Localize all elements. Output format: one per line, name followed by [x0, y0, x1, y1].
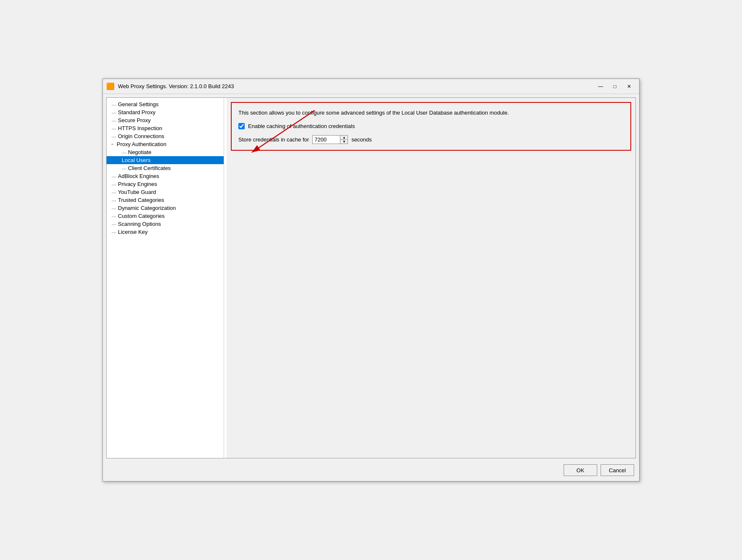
tree-prefix: — [112, 126, 116, 131]
spinner-arrows: ▲ ▼ [340, 136, 347, 144]
enable-caching-checkbox[interactable] [238, 123, 245, 129]
sidebar-item-license-key[interactable]: — License Key [107, 228, 224, 236]
sidebar-item-label: Negotiate [128, 149, 152, 155]
content-panel: This section allows you to configure som… [227, 98, 635, 458]
main-window: 🟧 Web Proxy Settings. Version: 2.1.0.0 B… [102, 79, 640, 481]
sidebar-item-privacy-engines[interactable]: — Privacy Engines [107, 180, 224, 188]
cache-duration-row: Store credentials in cache for ▲ ▼ secon… [238, 135, 624, 144]
title-bar: 🟧 Web Proxy Settings. Version: 2.1.0.0 B… [103, 79, 639, 94]
window-title: Web Proxy Settings. Version: 2.1.0.0 Bui… [118, 83, 594, 89]
main-content-area: — General Settings — Standard Proxy — Se… [106, 97, 636, 458]
tree-prefix: — [112, 102, 116, 107]
cache-value-input[interactable] [313, 136, 340, 144]
sidebar-item-label: Client Certificates [128, 165, 171, 171]
sidebar-item-proxy-authentication[interactable]: − Proxy Authentication [107, 140, 224, 148]
enable-caching-label: Enable caching of authentication credent… [248, 123, 355, 129]
tree-prefix: — [112, 174, 116, 179]
cache-value-spinner: ▲ ▼ [312, 135, 348, 144]
tree-prefix: — [112, 198, 116, 203]
sidebar-item-label: Scanning Options [118, 221, 161, 227]
cache-label-after: seconds [351, 136, 371, 143]
sidebar-item-label: Proxy Authentication [117, 141, 167, 147]
sidebar-item-label: AdBlock Engines [118, 173, 159, 179]
dialog-footer: OK Cancel [106, 462, 636, 478]
sidebar-item-label: Custom Categories [118, 213, 165, 219]
sidebar-item-label: Origin Connections [118, 133, 165, 139]
tree-prefix: — [112, 230, 116, 235]
sidebar-item-youtube-guard[interactable]: — YouTube Guard [107, 188, 224, 196]
sidebar-item-label: Secure Proxy [118, 117, 151, 123]
tree-prefix: — [122, 150, 126, 155]
tree-prefix: — [112, 118, 116, 123]
sidebar-item-standard-proxy[interactable]: — Standard Proxy [107, 108, 224, 116]
tree-prefix: — [112, 190, 116, 195]
sidebar-item-origin-connections[interactable]: — Origin Connections [107, 132, 224, 140]
section-description: This section allows you to configure som… [238, 109, 624, 117]
sidebar-item-label: HTTPS Inspection [118, 125, 162, 131]
sidebar-item-trusted-categories[interactable]: — Trusted Categories [107, 196, 224, 204]
sidebar-item-label: Local Users [122, 157, 151, 163]
sidebar-item-label: Standard Proxy [118, 109, 156, 115]
sidebar-item-custom-categories[interactable]: — Custom Categories [107, 212, 224, 220]
maximize-button[interactable]: □ [608, 82, 622, 91]
tree-prefix: — [112, 110, 116, 115]
sidebar-item-secure-proxy[interactable]: — Secure Proxy [107, 116, 224, 124]
close-button[interactable]: ✕ [622, 82, 636, 91]
spinner-down-button[interactable]: ▼ [340, 140, 347, 144]
sidebar-item-label: Privacy Engines [118, 181, 157, 187]
tree-prefix: — [112, 206, 116, 211]
tree-prefix: — [112, 222, 116, 227]
cancel-button[interactable]: Cancel [601, 464, 634, 476]
sidebar-item-https-inspection[interactable]: — HTTPS Inspection [107, 124, 224, 132]
tree-prefix: — [122, 166, 126, 171]
window-controls: — □ ✕ [594, 82, 636, 91]
sidebar-item-label: Trusted Categories [118, 197, 164, 203]
settings-content-box: This section allows you to configure som… [231, 102, 631, 151]
window-body: — General Settings — Standard Proxy — Se… [103, 94, 639, 481]
sidebar-item-adblock-engines[interactable]: — AdBlock Engines [107, 172, 224, 180]
sidebar-item-label: License Key [118, 229, 148, 235]
sidebar-item-dynamic-categorization[interactable]: — Dynamic Categorization [107, 204, 224, 212]
expand-icon: − [110, 142, 115, 147]
enable-caching-row: Enable caching of authentication credent… [238, 123, 624, 129]
sidebar-item-label: General Settings [118, 101, 159, 107]
sidebar-item-label: Dynamic Categorization [118, 205, 176, 211]
tree-prefix: — [112, 182, 116, 187]
sidebar-item-general-settings[interactable]: — General Settings [107, 100, 224, 108]
sidebar-item-client-certificates[interactable]: — Client Certificates [107, 164, 224, 172]
sidebar-item-negotiate[interactable]: — Negotiate [107, 148, 224, 156]
minimize-button[interactable]: — [594, 82, 607, 91]
navigation-tree: — General Settings — Standard Proxy — Se… [107, 98, 224, 458]
tree-prefix: — [112, 214, 116, 219]
sidebar-item-local-users[interactable]: Local Users [107, 156, 224, 164]
app-icon: 🟧 [106, 82, 115, 91]
spinner-up-button[interactable]: ▲ [340, 136, 347, 140]
ok-button[interactable]: OK [564, 464, 597, 476]
sidebar-item-label: YouTube Guard [118, 189, 156, 195]
tree-prefix: — [112, 134, 116, 139]
sidebar-item-scanning-options[interactable]: — Scanning Options [107, 220, 224, 228]
cache-label-before: Store credentials in cache for [238, 136, 309, 143]
